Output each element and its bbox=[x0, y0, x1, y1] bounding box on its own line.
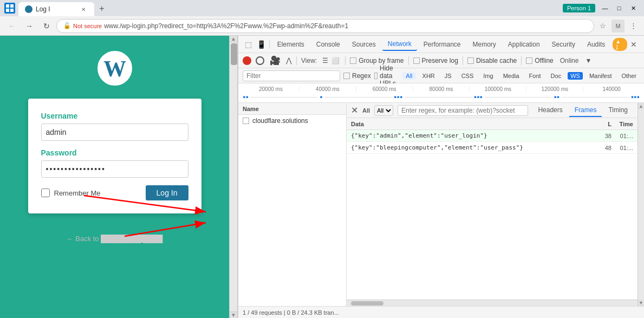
ws-time-col-header: Time bbox=[612, 121, 633, 127]
devtools-tab-bar: ⬚ 📱 Elements Console Sources Network Per… bbox=[238, 36, 644, 53]
new-tab-button[interactable]: + bbox=[94, 1, 109, 16]
filter-all-btn[interactable]: All bbox=[402, 72, 415, 80]
sep6 bbox=[521, 56, 522, 65]
svg-text:W: W bbox=[103, 56, 126, 81]
filter-media-btn[interactable]: Media bbox=[500, 72, 523, 80]
view-icons: ☰ ⬜ bbox=[321, 56, 341, 66]
username-group: Username bbox=[41, 112, 188, 141]
ws-filter-input[interactable] bbox=[398, 105, 528, 116]
password-input[interactable] bbox=[41, 160, 188, 178]
record-button[interactable] bbox=[243, 56, 251, 65]
close-button[interactable]: ✕ bbox=[627, 2, 640, 15]
filter-icon[interactable]: ⋀ bbox=[286, 56, 292, 64]
ws-row-l-1: 38 bbox=[595, 133, 612, 139]
forward-button[interactable]: → bbox=[22, 18, 37, 34]
devtools-warning-badge: ▲ 1 bbox=[613, 38, 627, 51]
login-box: Username Password Remember Me Log In bbox=[28, 99, 201, 213]
filter-other-btn[interactable]: Other bbox=[618, 72, 640, 80]
network-list-panel: Name cloudflare.solutions bbox=[238, 103, 347, 306]
filter-xhr-btn[interactable]: XHR bbox=[419, 72, 438, 80]
camera-icon[interactable]: 🎥 bbox=[269, 54, 282, 67]
extensions-icon[interactable]: M bbox=[612, 20, 625, 33]
devtools-tab-memory[interactable]: Memory bbox=[467, 38, 502, 50]
username-input[interactable] bbox=[41, 124, 188, 141]
more-options-icon[interactable]: ⋮ bbox=[627, 20, 640, 33]
browser-frame: Log I ✕ + Person 1 — □ ✕ ← → ↻ 🔓 Not sec… bbox=[0, 0, 644, 318]
timeline-dot-6: ●●● bbox=[631, 94, 640, 100]
devtools-tab-sources[interactable]: Sources bbox=[347, 38, 381, 50]
browser-tab[interactable]: Log I ✕ bbox=[18, 2, 94, 16]
lost-password-link[interactable]: Lost your password? bbox=[67, 222, 163, 230]
ws-tab-headers[interactable]: Headers bbox=[532, 104, 568, 117]
filter-css-btn[interactable]: CSS bbox=[458, 72, 477, 80]
title-bar-left: Log I ✕ + bbox=[4, 0, 109, 16]
sep3 bbox=[345, 56, 346, 65]
offline-checkbox[interactable]: Offline bbox=[526, 57, 553, 64]
online-label: Online bbox=[558, 57, 581, 64]
ws-tabs: Headers Frames Timing bbox=[532, 104, 633, 117]
filter-row: Regex Hide data URLs All XHR JS CSS Img … bbox=[238, 68, 644, 83]
page-scrollbar[interactable]: ▲ ▼ bbox=[229, 36, 238, 318]
devtools-tab-audits[interactable]: Audits bbox=[582, 38, 610, 50]
remember-me-checkbox[interactable] bbox=[41, 189, 50, 197]
ws-row-data-2: {"key":"bleepingcomputer","element":"use… bbox=[351, 144, 595, 151]
devtools-close-button[interactable]: ✕ bbox=[628, 38, 640, 51]
ws-scroll-thumb bbox=[351, 301, 383, 306]
filter-input[interactable] bbox=[243, 70, 340, 81]
devtools-tab-performance[interactable]: Performance bbox=[418, 38, 466, 50]
devtools-device-icon[interactable]: 📱 bbox=[255, 38, 266, 51]
bookmark-icon[interactable]: ☆ bbox=[596, 20, 609, 33]
filter-doc-btn[interactable]: Doc bbox=[548, 72, 565, 80]
filter-img-btn[interactable]: Img bbox=[480, 72, 496, 80]
sep4 bbox=[408, 56, 409, 65]
preserve-log-checkbox[interactable]: Preserve log bbox=[413, 57, 458, 64]
minimize-button[interactable]: — bbox=[599, 2, 612, 15]
timeline-dot-3: ●●● bbox=[394, 94, 402, 100]
devtools-tab-application[interactable]: Application bbox=[503, 38, 545, 50]
back-button[interactable]: ← bbox=[4, 18, 19, 34]
devtools-tab-network[interactable]: Network bbox=[382, 38, 417, 51]
username-label: Username bbox=[41, 112, 188, 120]
tab-close-button[interactable]: ✕ bbox=[79, 5, 88, 14]
filter-js-btn[interactable]: JS bbox=[441, 72, 455, 80]
timeline-dot-1: ●● bbox=[243, 94, 249, 100]
devtools-tab-elements[interactable]: Elements bbox=[272, 38, 310, 50]
devtools-inspect-icon[interactable]: ⬚ bbox=[243, 38, 254, 51]
address-input[interactable]: 🔓 Not secure www. /wp-login.php?redirect… bbox=[56, 19, 594, 33]
dropdown-arrow[interactable]: ▼ bbox=[585, 57, 591, 64]
ws-direction-dropdown[interactable]: All bbox=[374, 105, 393, 116]
not-secure-label: Not secure bbox=[73, 23, 102, 29]
ws-panel-close-button[interactable]: ✕ bbox=[351, 105, 358, 115]
network-list-item[interactable]: cloudflare.solutions bbox=[238, 115, 346, 127]
disable-cache-checkbox[interactable]: Disable cache bbox=[467, 57, 517, 64]
maximize-button[interactable]: □ bbox=[613, 2, 626, 15]
filter-manifest-btn[interactable]: Manifest bbox=[586, 72, 615, 80]
refresh-button[interactable]: ↻ bbox=[39, 18, 54, 34]
stop-button[interactable] bbox=[256, 56, 264, 65]
back-to-link[interactable]: ← Back to ████████ ████ bbox=[67, 235, 163, 243]
ws-right-scrollbar[interactable]: ▲ ▼ bbox=[638, 103, 644, 306]
ws-data-row[interactable]: {"key":"admin","element":"user_login"} 3… bbox=[347, 130, 638, 142]
devtools-tab-security[interactable]: Security bbox=[547, 38, 581, 50]
wp-links: Lost your password? ← Back to ████████ █… bbox=[67, 222, 163, 243]
group-by-frame-checkbox[interactable]: Group by frame bbox=[350, 57, 404, 64]
svg-rect-3 bbox=[10, 9, 14, 12]
timeline-dot-2: ● bbox=[320, 94, 322, 100]
login-button[interactable]: Log In bbox=[146, 185, 188, 200]
view-screenshot-icon[interactable]: ⬜ bbox=[330, 56, 341, 66]
ws-tab-timing[interactable]: Timing bbox=[603, 104, 633, 117]
title-bar: Log I ✕ + Person 1 — □ ✕ bbox=[0, 0, 644, 16]
view-list-icon[interactable]: ☰ bbox=[321, 56, 329, 66]
ws-tab-frames[interactable]: Frames bbox=[569, 104, 602, 117]
timeline: 20000 ms 40000 ms 60000 ms 80000 ms 1000… bbox=[238, 83, 644, 103]
filter-ws-btn[interactable]: WS bbox=[568, 72, 583, 80]
ws-data-header: Data L Time bbox=[347, 118, 638, 130]
tab-bar: Log I ✕ + bbox=[18, 0, 109, 16]
title-bar-controls: Person 1 — □ ✕ bbox=[563, 2, 640, 15]
ws-bottom-scrollbar[interactable] bbox=[347, 300, 638, 306]
filter-font-btn[interactable]: Font bbox=[526, 72, 544, 80]
regex-checkbox[interactable]: Regex bbox=[343, 72, 371, 80]
ws-l-col-header: L bbox=[595, 121, 612, 127]
ws-data-row[interactable]: {"key":"bleepingcomputer","element":"use… bbox=[347, 142, 638, 154]
devtools-tab-console[interactable]: Console bbox=[311, 38, 346, 50]
